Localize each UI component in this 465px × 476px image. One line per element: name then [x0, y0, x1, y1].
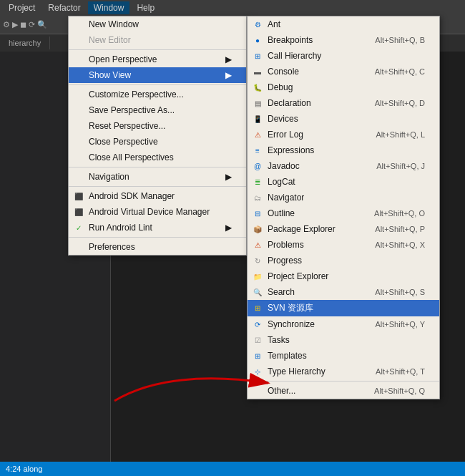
javadoc-icon: @ [252, 160, 263, 172]
show-view-submenu: ⚙ Ant ● Breakpoints Alt+Shift+Q, B ⊞ Cal… [247, 16, 440, 399]
submenu-breakpoints[interactable]: ● Breakpoints Alt+Shift+Q, B [248, 32, 439, 48]
submenu-error-log[interactable]: ⚠ Error Log Alt+Shift+Q, L [248, 127, 439, 142]
progress-label: Progress [268, 256, 302, 266]
reset-perspective-label: Reset Perspective... [89, 121, 165, 131]
submenu-synchronize[interactable]: ⟳ Synchronize Alt+Shift+Q, Y [248, 316, 439, 332]
synchronize-label: Synchronize [268, 319, 315, 329]
other-shortcut: Alt+Shift+Q, Q [353, 387, 425, 395]
toolbar-icons: ⚙ ▶ ◼ ⟳ 🔍 [3, 20, 47, 29]
android-sdk-icon: ⬛ [73, 190, 84, 202]
package-explorer-shortcut: Alt+Shift+Q, P [353, 225, 425, 233]
submenu-console[interactable]: ▬ Console Alt+Shift+Q, C [248, 64, 439, 79]
menu-item-android-avd[interactable]: ⬛ Android Virtual Device Manager [69, 204, 246, 220]
menu-bar: Project Refactor Window Help [0, 0, 465, 16]
outline-shortcut: Alt+Shift+Q, O [353, 209, 425, 218]
submenu-progress[interactable]: ↻ Progress [248, 253, 439, 268]
menu-item-close-all-perspectives[interactable]: Close All Perspectives [69, 150, 246, 165]
declaration-label: Declaration [268, 98, 311, 108]
submenu-separator [248, 381, 439, 382]
run-lint-label: Run Android Lint [89, 223, 152, 233]
submenu-devices[interactable]: 📱 Devices [248, 111, 439, 127]
submenu-templates[interactable]: ⊞ Templates [248, 348, 439, 364]
preferences-label: Preferences [89, 242, 135, 252]
menu-item-android-sdk[interactable]: ⬛ Android SDK Manager [69, 188, 246, 204]
declaration-shortcut: Alt+Shift+Q, D [353, 99, 425, 107]
console-label: Console [268, 67, 299, 77]
svn-icon: ⊞ [252, 303, 263, 314]
menu-window[interactable]: Window [88, 1, 130, 14]
navigator-label: Navigator [268, 193, 304, 203]
menu-item-show-view[interactable]: Show View ▶ [69, 67, 246, 83]
tasks-icon: ☑ [252, 334, 263, 346]
package-explorer-icon: 📦 [252, 223, 263, 235]
tasks-label: Tasks [268, 335, 290, 345]
new-window-label: New Window [89, 19, 139, 29]
breakpoints-label: Breakpoints [268, 35, 313, 45]
navigator-icon: 🗂 [252, 192, 263, 203]
menu-refactor[interactable]: Refactor [42, 1, 86, 14]
status-text: 4:24 along [6, 465, 42, 473]
submenu-other[interactable]: Other... Alt+Shift+Q, Q [248, 383, 439, 399]
menu-item-navigation[interactable]: Navigation ▶ [69, 169, 246, 185]
breakpoints-shortcut: Alt+Shift+Q, B [353, 36, 425, 44]
menu-project[interactable]: Project [3, 1, 41, 14]
submenu-project-explorer[interactable]: 📁 Project Explorer [248, 268, 439, 284]
debug-icon: 🐛 [252, 82, 263, 93]
android-sdk-label: Android SDK Manager [89, 191, 175, 201]
menu-item-preferences[interactable]: Preferences [69, 239, 246, 255]
outline-icon: ⊟ [252, 208, 263, 219]
menu-item-new-window[interactable]: New Window [69, 16, 246, 32]
menu-item-open-perspective[interactable]: Open Perspective ▶ [69, 52, 246, 67]
submenu-logcat[interactable]: ≣ LogCat [248, 174, 439, 190]
submenu-arrow-show-view: ▶ [218, 70, 232, 80]
menu-item-new-editor[interactable]: New Editor [69, 32, 246, 48]
submenu-problems[interactable]: ⚠ Problems Alt+Shift+Q, X [248, 237, 439, 253]
submenu-navigator[interactable]: 🗂 Navigator [248, 190, 439, 205]
menu-help[interactable]: Help [131, 1, 160, 14]
submenu-ant[interactable]: ⚙ Ant [248, 16, 439, 32]
submenu-package-explorer[interactable]: 📦 Package Explorer Alt+Shift+Q, P [248, 221, 439, 237]
submenu-debug[interactable]: 🐛 Debug [248, 79, 439, 95]
submenu-declaration[interactable]: ▤ Declaration Alt+Shift+Q, D [248, 95, 439, 111]
svn-label: SVN 资源库 [268, 302, 313, 314]
new-editor-label: New Editor [89, 35, 131, 45]
menu-item-reset-perspective[interactable]: Reset Perspective... [69, 118, 246, 134]
menu-item-save-perspective[interactable]: Save Perspective As... [69, 102, 246, 118]
close-all-perspectives-label: Close All Perspectives [89, 152, 174, 162]
type-hierarchy-label: Type Hierarchy [268, 366, 326, 377]
menu-item-run-lint[interactable]: ✓ Run Android Lint ▶ [69, 220, 246, 235]
call-hierarchy-icon: ⊞ [252, 50, 263, 62]
window-menu: New Window New Editor Open Perspective ▶… [68, 16, 247, 256]
submenu-expressions[interactable]: ≡ Expressions [248, 142, 439, 158]
submenu-search[interactable]: 🔍 Search Alt+Shift+Q, S [248, 284, 439, 300]
menu-item-customize[interactable]: Customize Perspective... [69, 87, 246, 102]
submenu-javadoc[interactable]: @ Javadoc Alt+Shift+Q, J [248, 158, 439, 174]
search-label: Search [268, 287, 295, 297]
call-hierarchy-label: Call Hierarchy [268, 51, 321, 61]
submenu-outline[interactable]: ⊟ Outline Alt+Shift+Q, O [248, 205, 439, 221]
javadoc-shortcut: Alt+Shift+Q, J [355, 162, 425, 170]
menu-item-close-perspective[interactable]: Close Perspective [69, 134, 246, 150]
open-perspective-label: Open Perspective [89, 54, 157, 64]
project-explorer-label: Project Explorer [268, 271, 328, 281]
submenu-svn[interactable]: ⊞ SVN 资源库 [248, 300, 439, 316]
tab-hierarchy[interactable]: hierarchy [0, 37, 50, 49]
logcat-icon: ≣ [252, 176, 263, 188]
customize-label: Customize Perspective... [89, 89, 184, 99]
separator-4 [69, 186, 246, 187]
templates-label: Templates [268, 351, 307, 361]
package-explorer-label: Package Explorer [268, 224, 336, 234]
lint-icon: ✓ [73, 222, 84, 233]
outline-label: Outline [268, 208, 295, 218]
android-avd-label: Android Virtual Device Manager [89, 207, 210, 217]
submenu-arrow-lint: ▶ [218, 223, 232, 233]
error-log-label: Error Log [268, 130, 303, 140]
submenu-type-hierarchy[interactable]: ⊹ Type Hierarchy Alt+Shift+Q, T [248, 364, 439, 379]
javadoc-label: Javadoc [268, 161, 300, 171]
error-log-shortcut: Alt+Shift+Q, L [355, 130, 425, 139]
problems-icon: ⚠ [252, 239, 263, 251]
expressions-label: Expressions [268, 145, 314, 155]
submenu-tasks[interactable]: ☑ Tasks [248, 332, 439, 348]
debug-label: Debug [268, 82, 293, 92]
submenu-call-hierarchy[interactable]: ⊞ Call Hierarchy [248, 48, 439, 64]
